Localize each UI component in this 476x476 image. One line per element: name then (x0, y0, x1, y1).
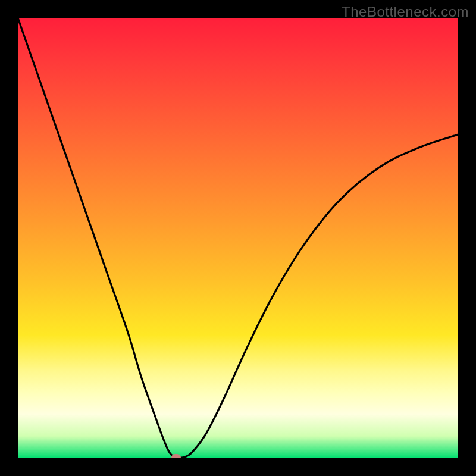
chart-frame: TheBottleneck.com (0, 0, 476, 476)
minimum-marker-icon (171, 454, 181, 458)
plot-area (18, 18, 458, 458)
watermark-text: TheBottleneck.com (342, 4, 469, 20)
bottleneck-curve (18, 18, 458, 458)
